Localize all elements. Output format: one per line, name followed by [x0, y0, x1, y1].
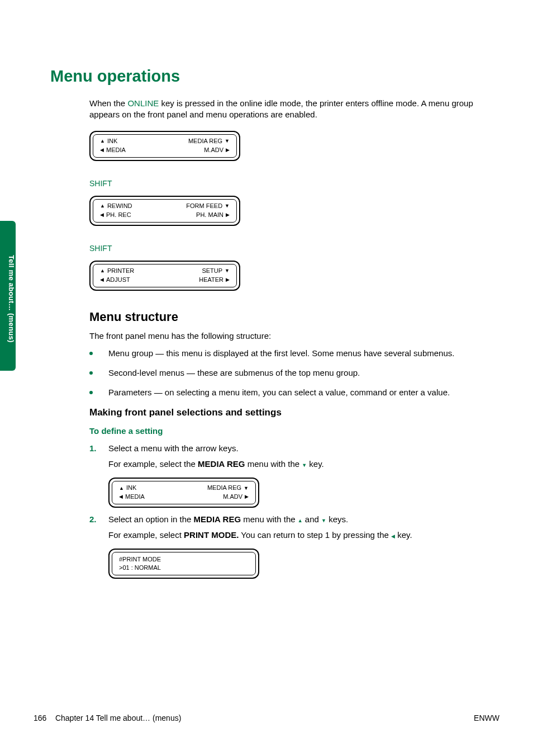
lcd3-r1r: SETUP	[202, 267, 222, 275]
lcd4-r2r: M.ADV	[223, 493, 242, 501]
lcd2-r2l: PH. REC	[106, 211, 131, 219]
footer-chapter: Chapter 14 Tell me about… (menus)	[55, 714, 181, 722]
triangle-down-icon	[321, 518, 326, 523]
step-1: 1. Select a menu with the arrow keys.	[89, 443, 499, 453]
step-2-subtext: For example, select PRINT MODE. You can …	[108, 530, 499, 541]
step2-sub-bold: PRINT MODE.	[184, 530, 239, 540]
triangle-right-icon	[226, 212, 230, 218]
footer-left: 166 Chapter 14 Tell me about… (menus)	[34, 714, 181, 722]
step-2-text: Select an option in the MEDIA REG menu w…	[108, 514, 499, 524]
triangle-left-icon	[119, 494, 123, 499]
step2-mid: menu with the	[241, 514, 298, 524]
list-item: Menu group — this menu is displayed at t…	[89, 348, 499, 358]
lcd1-r1r: MEDIA REG	[188, 137, 222, 145]
define-setting-heading: To define a setting	[89, 426, 499, 436]
lcd5-r1: #PRINT MODE	[119, 555, 161, 564]
page-title: Menu operations	[50, 67, 499, 86]
lcd3-r2r: HEATER	[199, 276, 223, 284]
bullet-icon	[89, 391, 93, 394]
menu-structure-heading: Menu structure	[89, 310, 499, 324]
triangle-up-icon	[119, 486, 124, 491]
step-1-subtext: For example, select the MEDIA REG menu w…	[108, 459, 499, 470]
lcd4-r1l: INK	[126, 484, 136, 492]
lcd4-r2l: MEDIA	[125, 493, 145, 501]
lcd3-r1l: PRINTER	[107, 267, 134, 275]
lcd1-r2r: M.ADV	[204, 146, 223, 154]
triangle-left-icon	[100, 148, 104, 153]
step-number: 2.	[89, 514, 108, 524]
footer-right: ENWW	[474, 714, 499, 722]
bullet-text-2: Second-level menus — these are submenus …	[108, 368, 360, 377]
triangle-up-icon	[298, 518, 303, 523]
bullet-icon	[89, 371, 93, 375]
step2-post: keys.	[326, 514, 348, 524]
step2-and: and	[303, 514, 321, 524]
shift-label-2: SHIFT	[89, 244, 499, 253]
menu-structure-intro: The front panel menu has the following s…	[89, 331, 499, 341]
step2-sub-pre: For example, select	[108, 530, 184, 540]
lcd1-r2l: MEDIA	[106, 146, 126, 154]
triangle-down-icon	[244, 486, 249, 491]
triangle-down-icon	[225, 268, 230, 273]
lcd2-r2r: PH. MAIN	[196, 211, 223, 219]
triangle-right-icon	[226, 277, 230, 282]
step2-sub-mid: You can return to step 1 by pressing the	[239, 530, 391, 540]
intro-pre: When the	[89, 98, 127, 108]
step-1-text: Select a menu with the arrow keys.	[108, 443, 499, 453]
step2-pre: Select an option in the	[108, 514, 194, 524]
step1-sub-post: key.	[307, 459, 324, 469]
triangle-left-icon	[100, 212, 104, 218]
lcd5-r2: >01 : NORMAL	[119, 564, 161, 572]
bullet-text-1: Menu group — this menu is displayed at t…	[108, 348, 454, 358]
triangle-right-icon	[226, 148, 230, 153]
lcd-display-2: REWIND FORM FEED PH. REC PH. MAIN	[89, 196, 499, 226]
triangle-right-icon	[245, 494, 249, 499]
triangle-up-icon	[100, 268, 105, 273]
online-key-label: ONLINE	[127, 98, 159, 108]
step1-sub-bold: MEDIA REG	[198, 459, 245, 469]
triangle-down-icon	[225, 204, 230, 209]
lcd2-r1r: FORM FEED	[186, 202, 222, 210]
list-item: Second-level menus — these are submenus …	[89, 368, 499, 377]
step-number: 1.	[89, 443, 108, 453]
page-footer: 166 Chapter 14 Tell me about… (menus) EN…	[34, 714, 499, 722]
bullet-icon	[89, 352, 93, 355]
intro-text: When the ONLINE key is pressed in the on…	[89, 98, 499, 121]
triangle-up-icon	[100, 204, 105, 209]
step1-sub-mid: menu with the	[245, 459, 302, 469]
lcd4-r1r: MEDIA REG	[207, 484, 241, 492]
bullet-text-3: Parameters — on selecting a menu item, y…	[108, 388, 450, 397]
lcd3-r2l: ADJUST	[106, 276, 130, 284]
triangle-down-icon	[302, 463, 307, 468]
lcd-display-3: PRINTER SETUP ADJUST HEATER	[89, 261, 499, 291]
lcd-display-5: #PRINT MODE >01 : NORMAL	[108, 549, 499, 579]
step2-sub-post: key.	[395, 530, 412, 540]
footer-page-number: 166	[34, 714, 46, 722]
making-selections-heading: Making front panel selections and settin…	[89, 407, 499, 418]
step2-bold: MEDIA REG	[194, 514, 241, 524]
triangle-up-icon	[100, 139, 105, 144]
sidebar-tab: Tell me about… (menus)	[0, 221, 16, 371]
lcd-display-4: INK MEDIA REG MEDIA M.ADV	[108, 478, 499, 508]
shift-label-1: SHIFT	[89, 179, 499, 188]
triangle-down-icon	[225, 139, 230, 144]
list-item: Parameters — on selecting a menu item, y…	[89, 388, 499, 397]
lcd2-r1l: REWIND	[107, 202, 132, 210]
step-2: 2. Select an option in the MEDIA REG men…	[89, 514, 499, 524]
bullet-list: Menu group — this menu is displayed at t…	[89, 348, 499, 397]
lcd-display-1: INK MEDIA REG MEDIA M.ADV	[89, 131, 499, 161]
step1-sub-pre: For example, select the	[108, 459, 198, 469]
lcd1-r1l: INK	[107, 137, 117, 145]
triangle-left-icon	[100, 277, 104, 282]
